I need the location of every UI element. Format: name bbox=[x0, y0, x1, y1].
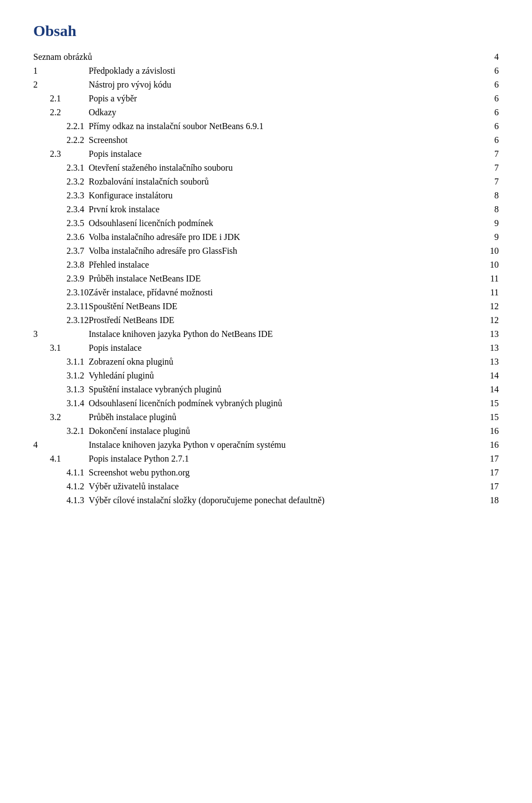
toc-num: 3 bbox=[33, 327, 89, 341]
toc-num: 3.1.1 bbox=[33, 355, 89, 369]
toc-label: Prostředí NetBeans IDE bbox=[89, 313, 477, 327]
toc-num: 4.1.1 bbox=[33, 466, 89, 479]
toc-num: 2.2 bbox=[33, 105, 89, 119]
toc-page: 11 bbox=[477, 285, 499, 299]
toc-num: 3.2 bbox=[33, 410, 89, 424]
toc-label: Volba instalačního adresáře pro GlassFis… bbox=[89, 244, 477, 258]
toc-row: 2.3.11 Spouštění NetBeans IDE 12 bbox=[33, 299, 499, 313]
toc-page: 7 bbox=[477, 175, 499, 188]
toc-row: 3.2 Průběh instalace pluginů 15 bbox=[33, 410, 499, 424]
toc-page: 10 bbox=[477, 244, 499, 258]
toc-num: 2.1 bbox=[33, 91, 89, 105]
toc-row: 2.3 Popis instalace 7 bbox=[33, 147, 499, 161]
toc-num: 2.3.10 bbox=[33, 285, 89, 299]
toc-row: 3.1.4 Odsouhlasení licenčních podmínek v… bbox=[33, 396, 499, 410]
toc-page: 16 bbox=[477, 424, 499, 438]
toc-num: 2.2.1 bbox=[33, 119, 89, 133]
toc-label: Nástroj pro vývoj kódu bbox=[89, 78, 477, 91]
toc-page: 8 bbox=[477, 188, 499, 202]
toc-page: 6 bbox=[477, 64, 499, 78]
toc-label: Odsouhlasení licenčních podmínek bbox=[89, 216, 477, 230]
toc-label: Průběh instalace pluginů bbox=[89, 410, 477, 424]
toc-num: 4.1.2 bbox=[33, 479, 89, 493]
toc-page: 17 bbox=[477, 466, 499, 479]
toc-page: 9 bbox=[477, 230, 499, 244]
toc-label: Vyhledání pluginů bbox=[89, 369, 477, 382]
toc-page: 7 bbox=[477, 147, 499, 161]
toc-row: 4.1.1 Screenshot webu python.org 17 bbox=[33, 466, 499, 479]
toc-num: 2.3.4 bbox=[33, 202, 89, 216]
toc-num: 2.3.7 bbox=[33, 244, 89, 258]
toc-num: 2.3.1 bbox=[33, 161, 89, 175]
toc-label: Popis instalace Python 2.7.1 bbox=[89, 452, 477, 466]
toc-row: 2.3.1 Otevření staženého instalačního so… bbox=[33, 161, 499, 175]
toc-num: 4.1.3 bbox=[33, 493, 89, 507]
toc-num: 2.2.2 bbox=[33, 133, 89, 147]
toc-label: První krok instalace bbox=[89, 202, 477, 216]
toc-row: 2.2 Odkazy 6 bbox=[33, 105, 499, 119]
toc-num: 4.1 bbox=[33, 452, 89, 466]
toc-label: Popis instalace bbox=[89, 147, 477, 161]
toc-num: 3.1.4 bbox=[33, 396, 89, 410]
toc-row: 3.2.1 Dokončení instalace pluginů 16 bbox=[33, 424, 499, 438]
toc-table: Seznam obrázků 4 1 Předpoklady a závislo… bbox=[33, 50, 499, 507]
toc-label: Závěr instalace, přídavné možnosti bbox=[89, 285, 477, 299]
toc-page: 8 bbox=[477, 202, 499, 216]
toc-label: Volba instalačního adresáře pro IDE i JD… bbox=[89, 230, 477, 244]
toc-row: 4.1.3 Výběr cílové instalační složky (do… bbox=[33, 493, 499, 507]
toc-page: 13 bbox=[477, 355, 499, 369]
toc-row: 2.3.12 Prostředí NetBeans IDE 12 bbox=[33, 313, 499, 327]
toc-label: Výběr cílové instalační složky (doporuču… bbox=[89, 493, 477, 507]
toc-num: 2.3.12 bbox=[33, 313, 89, 327]
toc-num: 3.1.3 bbox=[33, 382, 89, 396]
toc-page: 14 bbox=[477, 382, 499, 396]
toc-page: 15 bbox=[477, 410, 499, 424]
toc-page: 6 bbox=[477, 119, 499, 133]
toc-label: Otevření staženého instalačního souboru bbox=[89, 161, 477, 175]
toc-page: 18 bbox=[477, 493, 499, 507]
toc-page: 12 bbox=[477, 299, 499, 313]
toc-label: Odkazy bbox=[89, 105, 477, 119]
toc-page: 11 bbox=[477, 272, 499, 285]
toc-label: Popis a výběr bbox=[89, 91, 477, 105]
toc-page: 6 bbox=[477, 105, 499, 119]
page-title: Obsah bbox=[33, 22, 499, 40]
toc-label: Konfigurace instalátoru bbox=[89, 188, 477, 202]
toc-num: 4 bbox=[33, 438, 89, 452]
toc-page: 17 bbox=[477, 452, 499, 466]
toc-label: Dokončení instalace pluginů bbox=[89, 424, 477, 438]
toc-label: Instalace knihoven jazyka Python do NetB… bbox=[89, 327, 477, 341]
toc-row: 2.3.4 První krok instalace 8 bbox=[33, 202, 499, 216]
toc-row: 2 Nástroj pro vývoj kódu 6 bbox=[33, 78, 499, 91]
toc-num: 3.1 bbox=[33, 341, 89, 355]
toc-label: Screenshot bbox=[89, 133, 477, 147]
toc-row: 2.3.6 Volba instalačního adresáře pro ID… bbox=[33, 230, 499, 244]
toc-num: 3.1.2 bbox=[33, 369, 89, 382]
toc-page: 6 bbox=[477, 91, 499, 105]
toc-row: Seznam obrázků 4 bbox=[33, 50, 499, 64]
toc-row: 3.1.1 Zobrazení okna pluginů 13 bbox=[33, 355, 499, 369]
toc-row: 3.1 Popis instalace 13 bbox=[33, 341, 499, 355]
toc-page: 13 bbox=[477, 327, 499, 341]
toc-row: 3 Instalace knihoven jazyka Python do Ne… bbox=[33, 327, 499, 341]
toc-page: 16 bbox=[477, 438, 499, 452]
toc-num: 2.3.11 bbox=[33, 299, 89, 313]
toc-row: 2.3.10 Závěr instalace, přídavné možnost… bbox=[33, 285, 499, 299]
toc-num: 3.2.1 bbox=[33, 424, 89, 438]
toc-label: Popis instalace bbox=[89, 341, 477, 355]
toc-num: 2.3.5 bbox=[33, 216, 89, 230]
toc-page: 4 bbox=[477, 50, 499, 64]
toc-num: 1 bbox=[33, 64, 89, 78]
toc-page: 15 bbox=[477, 396, 499, 410]
toc-page: 17 bbox=[477, 479, 499, 493]
toc-row: 2.2.2 Screenshot 6 bbox=[33, 133, 499, 147]
toc-num: 2.3.2 bbox=[33, 175, 89, 188]
toc-label: Předpoklady a závislosti bbox=[89, 64, 477, 78]
toc-label: Rozbalování instalačních souborů bbox=[89, 175, 477, 188]
toc-label: Instalace knihoven jazyka Python v opera… bbox=[89, 438, 477, 452]
toc-page: 6 bbox=[477, 133, 499, 147]
toc-num: 2.3.8 bbox=[33, 258, 89, 272]
toc-row: 3.1.3 Spuštění instalace vybraných plugi… bbox=[33, 382, 499, 396]
toc-page: 13 bbox=[477, 341, 499, 355]
toc-row: 4.1 Popis instalace Python 2.7.1 17 bbox=[33, 452, 499, 466]
